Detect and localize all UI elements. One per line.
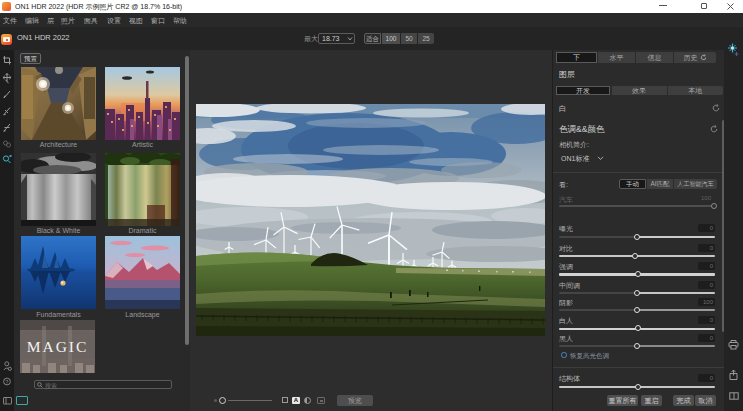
svg-text:MAGIC: MAGIC — [27, 338, 89, 355]
svg-text:?: ? — [6, 379, 9, 385]
